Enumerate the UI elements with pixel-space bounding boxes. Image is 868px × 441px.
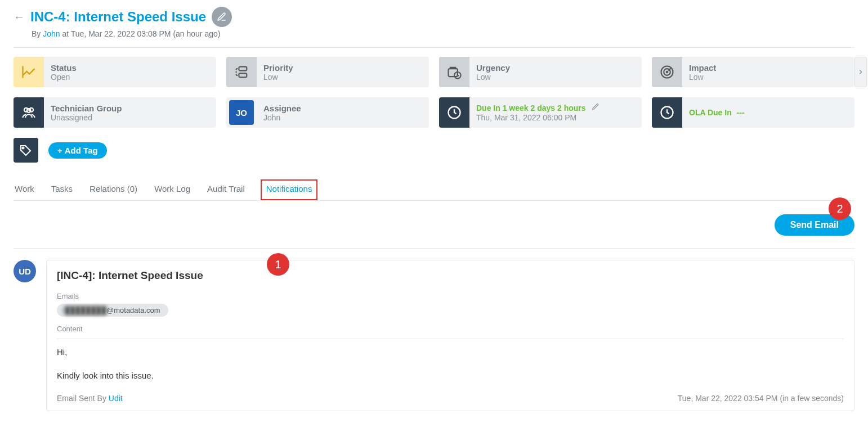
notification-card: [INC-4]: Internet Speed Issue Emails r██… (46, 260, 854, 411)
due-value: Thu, Mar 31, 2022 06:00 PM (476, 113, 599, 122)
priority-label: Priority (263, 63, 293, 73)
tabs: Work Tasks Relations (0) Work Log Audit … (14, 179, 854, 201)
tab-work-log[interactable]: Work Log (153, 179, 191, 200)
ola-label: OLA Due In (689, 108, 732, 117)
technician-group-label: Technician Group (51, 104, 122, 113)
urgency-card[interactable]: Urgency Low (439, 57, 642, 87)
assignee-value: John (263, 113, 301, 122)
status-value: Open (51, 73, 77, 82)
impact-value: Low (689, 73, 716, 82)
chevron-right-icon (857, 68, 865, 76)
tab-work[interactable]: Work (14, 179, 35, 200)
assignee-label: Assignee (263, 104, 301, 113)
technician-group-value: Unassigned (51, 113, 122, 122)
priority-card[interactable]: Priority Low (226, 57, 429, 87)
message-body: Hi, Kindly look into this issue. (57, 346, 844, 381)
urgency-value: Low (476, 73, 510, 82)
status-label: Status (51, 63, 77, 73)
urgency-label: Urgency (476, 63, 510, 73)
impact-card[interactable]: Impact Low (652, 57, 854, 87)
tab-notifications[interactable]: Notifications (261, 179, 318, 200)
assignee-avatar: JO (229, 100, 254, 125)
notification-title: [INC-4]: Internet Speed Issue (57, 269, 844, 282)
svg-rect-0 (239, 67, 247, 71)
tab-audit-trail[interactable]: Audit Trail (206, 179, 246, 200)
due-card[interactable]: Due In 1 week 2 days 2 hours Thu, Mar 31… (439, 97, 642, 128)
sender-link[interactable]: Udit (109, 394, 123, 403)
tab-relations[interactable]: Relations (0) (88, 179, 138, 200)
expand-right-button[interactable] (854, 57, 867, 87)
tag-icon (19, 143, 33, 157)
ola-card[interactable]: OLA Due In --- (652, 97, 854, 128)
pencil-icon (217, 12, 227, 22)
priority-value: Low (263, 73, 293, 82)
svg-point-12 (23, 147, 24, 149)
back-arrow[interactable]: ← (14, 11, 25, 24)
status-icon (14, 57, 44, 87)
tag-icon-box (14, 138, 38, 163)
plus-icon: + (57, 146, 62, 155)
svg-point-6 (666, 71, 668, 73)
impact-icon (652, 57, 682, 87)
status-card[interactable]: Status Open (14, 57, 216, 87)
clock-icon (652, 97, 682, 128)
emails-label: Emails (57, 292, 844, 300)
author-link[interactable]: John (43, 29, 60, 38)
clock-icon (439, 97, 469, 128)
group-icon (14, 97, 44, 128)
incident-title[interactable]: INC-4: Internet Speed Issue (30, 9, 206, 25)
annotation-badge-1: 1 (267, 253, 289, 276)
edit-due-button[interactable] (592, 103, 599, 113)
priority-icon (226, 57, 257, 87)
impact-label: Impact (689, 63, 716, 73)
byline: By John at Tue, Mar 22, 2022 03:08 PM (a… (32, 29, 854, 38)
sent-by: Email Sent By Udit (57, 394, 123, 403)
add-tag-button[interactable]: + Add Tag (48, 142, 107, 159)
email-chip: r████████@motadata.com (57, 304, 168, 317)
notification-timestamp: Tue, Mar 22, 2022 03:54 PM (in a few sec… (678, 394, 844, 403)
ola-value: --- (737, 108, 745, 117)
annotation-badge-2: 2 (829, 197, 851, 220)
tab-tasks[interactable]: Tasks (50, 179, 74, 200)
svg-point-9 (27, 109, 31, 112)
due-label: Due In 1 week 2 days 2 hours (476, 104, 586, 112)
technician-group-card[interactable]: Technician Group Unassigned (14, 97, 216, 128)
edit-title-button[interactable] (212, 7, 232, 27)
content-label: Content (57, 325, 844, 333)
pencil-icon (592, 103, 599, 111)
urgency-icon (439, 57, 469, 87)
sender-avatar: UD (14, 260, 36, 282)
assignee-card[interactable]: JO Assignee John (226, 97, 429, 128)
svg-rect-1 (239, 73, 247, 77)
